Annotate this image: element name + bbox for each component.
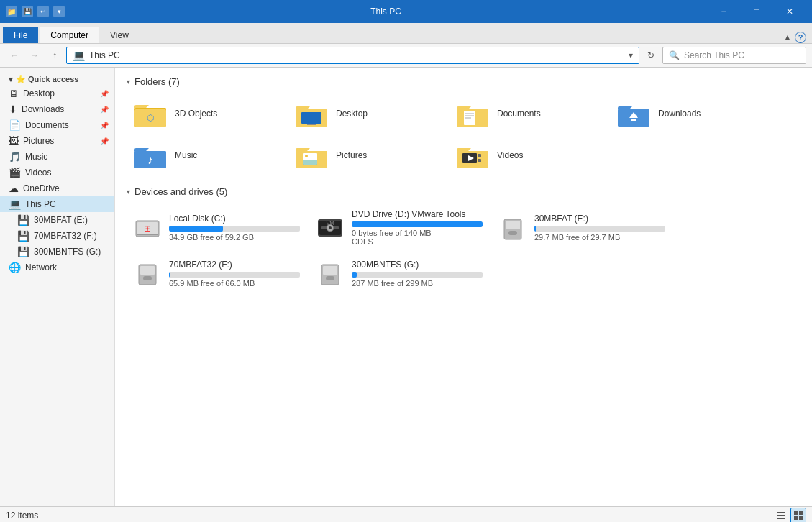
svg-rect-52 — [777, 512, 785, 513]
pictures-icon: 🖼 — [9, 135, 19, 147]
view-large-icons-button[interactable] — [790, 508, 806, 523]
view-details-button[interactable] — [773, 508, 789, 523]
pin-icon-4: 📌 — [100, 137, 109, 145]
this-pc-label: This PC — [25, 199, 56, 209]
sidebar-item-70mbfat[interactable]: 💾 70MBFAT32 (F:) — [0, 228, 114, 244]
drive-e-fill — [534, 226, 536, 232]
folder-item-downloads[interactable]: Downloads — [610, 94, 768, 133]
address-input[interactable]: 💻 This PC ▾ — [66, 47, 639, 64]
drive-d-fill — [352, 221, 483, 227]
folder-item-3dobjects[interactable]: ⬡ 3D Objects — [127, 94, 285, 133]
drives-section-header[interactable]: ▾ Devices and drives (5) — [127, 186, 800, 197]
title-bar-left-icons: 📁 💾 ↩ ▾ — [6, 6, 65, 17]
drive-e-name: 30MBFAT (E:) — [534, 214, 665, 224]
drive-item-f[interactable]: 70MBFAT32 (F:) 65.9 MB free of 66.0 MB — [127, 254, 306, 293]
sidebar-item-videos[interactable]: 🎬 Videos — [0, 165, 114, 180]
ribbon-help-btn[interactable]: ? — [795, 32, 806, 43]
drive-f-info: 70MBFAT32 (F:) 65.9 MB free of 66.0 MB — [169, 260, 300, 288]
up-button[interactable]: ↑ — [46, 47, 63, 64]
sidebar-item-music[interactable]: 🎵 Music — [0, 149, 114, 165]
maximize-button[interactable]: □ — [740, 0, 773, 23]
sidebar-downloads-label: Downloads — [22, 104, 64, 114]
drive-item-g[interactable]: 300MBNTFS (G:) 287 MB free of 299 MB — [309, 254, 489, 293]
address-dropdown-arrow[interactable]: ▾ — [629, 50, 633, 60]
sidebar-item-downloads[interactable]: ⬇ Downloads 📌 — [0, 101, 114, 117]
folder-music-label: Music — [175, 150, 197, 160]
drive-c-bar — [169, 226, 300, 232]
folder-documents-label: Documents — [497, 109, 541, 119]
videos-icon: 🎬 — [9, 167, 21, 178]
tab-file[interactable]: File — [3, 27, 38, 43]
folder-pictures-label: Pictures — [336, 150, 367, 160]
drive-item-d[interactable]: VM DVD Drive (D:) VMware Tools 0 bytes f… — [309, 204, 489, 251]
svg-rect-7 — [307, 124, 316, 125]
back-button[interactable]: ← — [6, 47, 23, 64]
drive-f-free: 65.9 MB free of 66.0 MB — [169, 279, 300, 288]
sidebar-item-300mbntfs[interactable]: 💾 300MBNTFS (G:) — [0, 244, 114, 260]
drive-item-e[interactable]: 30MBFAT (E:) 29.7 MB free of 29.7 MB — [492, 204, 672, 251]
content-area: ▾ Folders (7) ⬡ 3D Objects — [115, 68, 812, 506]
quick-access-toolbar-undo[interactable]: ↩ — [37, 6, 49, 17]
quick-access-toolbar-save[interactable]: 💾 — [22, 6, 33, 17]
drive-d-icon: VM — [316, 214, 345, 242]
forward-button[interactable]: → — [26, 47, 43, 64]
sidebar-item-network[interactable]: 🌐 Network — [0, 260, 114, 275]
drive-e-icon: 💾 — [17, 214, 29, 226]
svg-rect-47 — [140, 266, 155, 275]
svg-rect-17 — [631, 119, 636, 121]
status-bar: 12 items — [0, 506, 812, 522]
quick-access-toolbar-down[interactable]: ▾ — [53, 6, 65, 17]
folder-3dobjects-label: 3D Objects — [175, 109, 217, 119]
drive-item-c[interactable]: ⊞ Local Disk (C:) 34.9 GB free of 59.2 G… — [127, 204, 306, 251]
drive-f-icon: 💾 — [17, 230, 29, 242]
svg-text:VM: VM — [327, 221, 334, 226]
drive-g-bar — [352, 272, 483, 278]
sidebar-item-30mbfat[interactable]: 💾 30MBFAT (E:) — [0, 212, 114, 228]
drive-d-info: DVD Drive (D:) VMware Tools 0 bytes free… — [352, 209, 483, 246]
sidebar-item-desktop[interactable]: 🖥 Desktop 📌 — [0, 86, 114, 101]
folder-item-documents[interactable]: Documents — [449, 94, 607, 133]
sidebar-item-onedrive[interactable]: ☁ OneDrive — [0, 180, 114, 196]
tab-computer[interactable]: Computer — [40, 27, 99, 43]
svg-rect-48 — [143, 276, 152, 280]
drive-g-free: 287 MB free of 299 MB — [352, 279, 483, 288]
ribbon-tabs: File Computer View ▲ ? — [0, 23, 812, 43]
svg-rect-30 — [478, 154, 481, 157]
folders-section-header[interactable]: ▾ Folders (7) — [127, 76, 800, 87]
drive-c-icon: ⊞ — [133, 214, 162, 242]
minimize-button[interactable]: − — [707, 0, 740, 23]
folder-item-pictures[interactable]: Pictures — [288, 136, 446, 175]
quick-access-label: ⭐ Quick access — [16, 75, 78, 84]
folder-item-desktop[interactable]: Desktop — [288, 94, 446, 133]
pin-icon-2: 📌 — [100, 106, 109, 114]
main-layout: ▾ ⭐ Quick access 🖥 Desktop 📌 ⬇ Downloads… — [0, 68, 812, 506]
sidebar-item-thispc[interactable]: 💻 This PC — [0, 196, 114, 212]
network-icon: 🌐 — [9, 262, 21, 273]
sidebar-item-pictures[interactable]: 🖼 Pictures 📌 — [0, 133, 114, 149]
folder-downloads-icon — [616, 99, 651, 128]
ribbon-collapse-btn[interactable]: ▲ — [783, 32, 792, 42]
close-button[interactable]: ✕ — [773, 0, 806, 23]
folder-pictures-icon — [294, 141, 329, 170]
sidebar: ▾ ⭐ Quick access 🖥 Desktop 📌 ⬇ Downloads… — [0, 68, 115, 506]
drive-g-icon: 💾 — [17, 246, 29, 257]
drive-e-info: 30MBFAT (E:) 29.7 MB free of 29.7 MB — [534, 214, 665, 242]
refresh-button[interactable]: ↻ — [642, 47, 660, 64]
search-box[interactable]: 🔍 Search This PC — [662, 47, 806, 64]
sidebar-item-documents[interactable]: 📄 Documents 📌 — [0, 117, 114, 133]
tab-view[interactable]: View — [99, 27, 140, 43]
folders-section-title: Folders (7) — [134, 76, 180, 87]
folder-documents-icon — [455, 99, 490, 128]
item-count: 12 items — [6, 510, 38, 521]
drive-c-free: 34.9 GB free of 59.2 GB — [169, 233, 300, 242]
pin-icon: 📌 — [100, 90, 109, 98]
app-icon: 📁 — [6, 6, 17, 17]
folder-grid: ⬡ 3D Objects Desktop — [127, 94, 800, 175]
folder-item-videos[interactable]: Videos — [449, 136, 607, 175]
folder-item-music[interactable]: ♪ Music — [127, 136, 285, 175]
svg-rect-51 — [326, 276, 334, 280]
drive-d-subtitle: CDFS — [352, 237, 483, 246]
svg-text:♪: ♪ — [147, 154, 153, 166]
sidebar-documents-label: Documents — [25, 120, 69, 130]
sidebar-quick-access-header[interactable]: ▾ ⭐ Quick access — [0, 70, 114, 86]
